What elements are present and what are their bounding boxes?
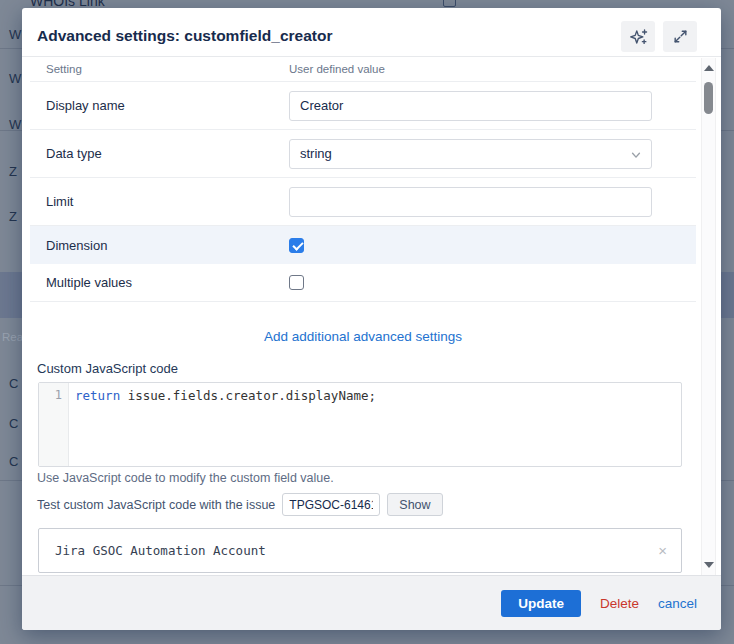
multiple-values-checkbox[interactable]	[289, 275, 304, 290]
settings-table: Setting User defined value Display name …	[30, 57, 696, 302]
modal-scrollbar[interactable]	[701, 58, 716, 575]
code-line[interactable]: return issue.fields.creator.displayName;	[69, 383, 681, 466]
setting-label: Limit	[30, 194, 289, 209]
test-result-box: Jira GSOC Automation Account ×	[38, 528, 682, 573]
update-button[interactable]: Update	[501, 590, 581, 617]
setting-row-dimension: Dimension	[30, 226, 696, 264]
modal-footer: Update Delete cancel	[22, 575, 721, 630]
clear-result-icon[interactable]: ×	[658, 543, 667, 558]
scroll-up-arrow-icon[interactable]	[704, 65, 714, 71]
add-advanced-settings-link[interactable]: Add additional advanced settings	[264, 329, 462, 344]
test-issue-input[interactable]	[282, 493, 380, 516]
scroll-down-arrow-icon[interactable]	[704, 562, 714, 568]
test-issue-label: Test custom JavaScript code with the iss…	[37, 498, 275, 512]
background-label: C	[9, 376, 18, 391]
background-label: C	[9, 416, 18, 431]
column-header-user-defined-value: User defined value	[289, 63, 385, 75]
background-label: Z	[9, 209, 17, 224]
setting-row-display-name: Display name	[30, 82, 696, 130]
add-settings-row: Add additional advanced settings	[30, 327, 696, 345]
test-result-text: Jira GSOC Automation Account	[55, 543, 658, 558]
modal-title: Advanced settings: customfield_creator	[37, 27, 613, 45]
column-header-setting: Setting	[30, 63, 289, 75]
line-number-gutter: 1	[39, 383, 69, 466]
cancel-button[interactable]: cancel	[658, 596, 697, 611]
background-label: W	[9, 27, 21, 42]
show-button[interactable]: Show	[387, 493, 442, 516]
setting-label: Display name	[30, 98, 289, 113]
background-label: W	[9, 117, 21, 132]
data-type-select[interactable]: string	[289, 139, 652, 169]
delete-button[interactable]: Delete	[600, 596, 639, 611]
background-checkbox	[443, 0, 456, 7]
scrollbar-thumb[interactable]	[704, 82, 713, 114]
js-helper-text: Use JavaScript code to modify the custom…	[37, 471, 334, 485]
display-name-input[interactable]	[289, 91, 652, 121]
custom-js-label: Custom JavaScript code	[37, 361, 178, 376]
chevron-down-icon	[630, 149, 642, 161]
background-label: C	[9, 454, 18, 469]
modal-scroll-area: Setting User defined value Display name …	[22, 56, 721, 575]
code-text: issue.fields.creator.displayName;	[120, 388, 376, 403]
background-label: W	[9, 71, 21, 86]
setting-label: Multiple values	[30, 275, 289, 290]
code-editor[interactable]: 1 return issue.fields.creator.displayNam…	[38, 382, 682, 467]
setting-row-data-type: Data type string	[30, 130, 696, 178]
dimension-checkbox[interactable]	[289, 238, 304, 253]
background-label: Rea	[2, 331, 23, 343]
advanced-settings-modal: Advanced settings: customfield_creator	[22, 8, 721, 630]
sparkles-icon	[629, 27, 648, 46]
setting-row-limit: Limit	[30, 178, 696, 226]
setting-label: Data type	[30, 146, 289, 161]
background-label: Z	[9, 164, 17, 179]
table-header-row: Setting User defined value	[30, 57, 696, 82]
modal-header: Advanced settings: customfield_creator	[22, 8, 721, 56]
test-issue-row: Test custom JavaScript code with the iss…	[37, 493, 443, 516]
setting-label: Dimension	[30, 238, 289, 253]
expand-button[interactable]	[663, 21, 697, 52]
line-number: 1	[55, 388, 62, 402]
expand-icon	[672, 28, 689, 45]
code-keyword: return	[75, 388, 120, 403]
limit-input[interactable]	[289, 187, 652, 217]
data-type-selected-value: string	[300, 146, 332, 161]
sparkles-button[interactable]	[621, 21, 655, 52]
setting-row-multiple-values: Multiple values	[30, 264, 696, 302]
